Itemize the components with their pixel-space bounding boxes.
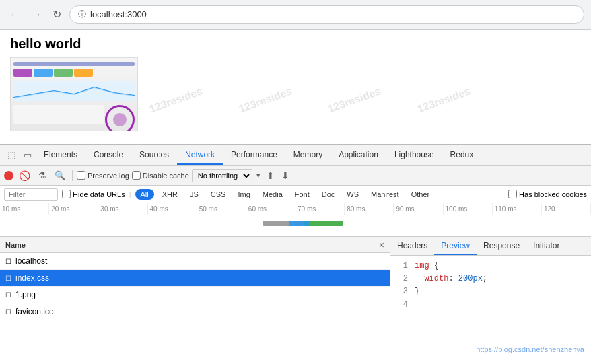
download-button[interactable]: ⬇	[279, 170, 291, 181]
file-item-localhost[interactable]: ☐ localhost	[0, 253, 390, 270]
device-toolbar-button[interactable]: ▭	[20, 147, 36, 163]
record-button[interactable]	[4, 171, 13, 180]
file-icon: ☐	[5, 275, 11, 282]
file-name-favico: favicon.ico	[15, 307, 54, 316]
filter-button[interactable]: ⚗	[36, 170, 49, 180]
code-line-3: 3 }	[397, 285, 584, 298]
file-item-indexcss[interactable]: ☐ index.css	[0, 270, 390, 287]
clear-button[interactable]: 🚫	[16, 170, 33, 181]
url-text: localhost:3000	[90, 9, 147, 20]
filter-type-css[interactable]: CSS	[207, 189, 230, 200]
tick-90ms: 90 ms	[394, 203, 443, 215]
file-list-header: Name ×	[0, 237, 390, 253]
tab-application[interactable]: Application	[331, 146, 386, 165]
tick-120ms: 120	[542, 203, 591, 215]
detail-tab-headers[interactable]: Headers	[390, 237, 434, 255]
footer-link[interactable]: https://blog.csdn.net/shenzhenya	[476, 345, 584, 353]
tick-80ms: 80 ms	[345, 203, 394, 215]
code-text-3: }	[415, 285, 419, 298]
file-name-indexcss: index.css	[15, 273, 49, 283]
tick-60ms: 60 ms	[246, 203, 296, 215]
tab-lighthouse[interactable]: Lighthouse	[386, 146, 442, 165]
tab-console[interactable]: Console	[85, 146, 131, 165]
tick-40ms: 40 ms	[148, 203, 197, 215]
tick-30ms: 30 ms	[98, 203, 147, 215]
file-icon: ☐	[5, 308, 11, 316]
detail-tab-initiator[interactable]: Initiator	[526, 237, 566, 255]
disable-cache-label[interactable]: Disable cache	[132, 171, 189, 180]
filter-type-doc[interactable]: Doc	[318, 189, 339, 200]
filter-type-manifest[interactable]: Manifest	[367, 189, 403, 200]
throttle-dropdown-icon: ▼	[255, 172, 262, 179]
filter-type-media[interactable]: Media	[258, 189, 287, 200]
code-text-1: img {	[415, 260, 439, 272]
filter-type-js[interactable]: JS	[186, 189, 203, 200]
has-blocked-cookies-checkbox[interactable]	[508, 190, 517, 198]
inspect-element-button[interactable]: ⬚	[3, 147, 20, 163]
tick-10ms: 10 ms	[0, 203, 49, 215]
detail-tab-preview[interactable]: Preview	[434, 237, 477, 255]
line-num-4: 4	[397, 299, 408, 312]
timeline-bar-sending	[289, 221, 310, 226]
tab-performance[interactable]: Performance	[223, 146, 285, 165]
lock-icon: ⓘ	[78, 9, 86, 20]
tab-sources[interactable]: Sources	[131, 146, 177, 165]
toolbar-separator	[72, 170, 73, 181]
tab-elements[interactable]: Elements	[36, 146, 85, 165]
hide-data-urls-checkbox[interactable]	[62, 190, 71, 198]
filter-type-xhr[interactable]: XHR	[158, 189, 182, 200]
file-item-favico[interactable]: ☐ favicon.ico	[0, 303, 390, 320]
file-list-panel: Name × ☐ localhost ☐ index.css ☐ 1.png ☐…	[0, 237, 390, 364]
timeline-bars	[0, 215, 591, 237]
tick-70ms: 70 ms	[296, 203, 345, 215]
file-name-1png: 1.png	[15, 290, 36, 299]
search-button[interactable]: 🔍	[52, 170, 68, 180]
filter-bar: Hide data URLs | All XHR JS CSS Img Medi…	[0, 186, 591, 203]
refresh-button[interactable]: ↻	[50, 7, 64, 22]
tick-110ms: 110 ms	[493, 203, 542, 215]
footer-area: https://blog.csdn.net/shenzhenya	[390, 316, 591, 356]
detail-panel: Headers Preview Response Initiator 1 img…	[390, 237, 591, 364]
browser-toolbar: ← → ↻ ⓘ localhost:3000	[0, 0, 591, 29]
line-num-1: 1	[397, 260, 408, 272]
file-icon: ☐	[5, 291, 11, 299]
file-list-header-name: Name	[5, 241, 26, 249]
code-text-2: width: 200px;	[415, 272, 487, 285]
has-blocked-cookies-label[interactable]: Has blocked cookies	[508, 190, 587, 198]
devtools-panel: ⬚ ▭ Elements Console Sources Network Per…	[0, 144, 591, 364]
upload-button[interactable]: ⬆	[265, 170, 277, 181]
preserve-log-checkbox[interactable]	[77, 171, 85, 180]
hide-data-urls-label[interactable]: Hide data URLs	[62, 190, 125, 198]
filter-type-all[interactable]: All	[135, 189, 154, 200]
filter-type-ws[interactable]: WS	[343, 189, 363, 200]
devtools-tab-bar: ⬚ ▭ Elements Console Sources Network Per…	[0, 145, 591, 166]
devtools-network-toolbar: 🚫 ⚗ 🔍 Preserve log Disable cache No thro…	[0, 166, 591, 186]
watermark-area: 123resides 123resides 123resides 123resi…	[148, 57, 591, 144]
detail-tab-response[interactable]: Response	[477, 237, 526, 255]
filter-type-img[interactable]: Img	[234, 189, 254, 200]
browser-chrome: ← → ↻ ⓘ localhost:3000	[0, 0, 591, 30]
address-bar[interactable]: ⓘ localhost:3000	[69, 5, 584, 24]
tab-network[interactable]: Network	[177, 146, 223, 165]
filter-type-other[interactable]: Other	[407, 189, 434, 200]
tick-50ms: 50 ms	[197, 203, 246, 215]
disable-cache-checkbox[interactable]	[132, 171, 141, 180]
file-icon: ☐	[5, 258, 11, 265]
filter-type-font[interactable]: Font	[291, 189, 314, 200]
tick-100ms: 100 ms	[444, 203, 493, 215]
tab-redux[interactable]: Redux	[442, 146, 482, 165]
back-button[interactable]: ←	[7, 7, 23, 22]
throttle-select[interactable]: No throttling Fast 3G Slow 3G Offline	[192, 169, 252, 182]
file-item-1png[interactable]: ☐ 1.png	[0, 287, 390, 303]
tab-memory[interactable]: Memory	[285, 146, 331, 165]
detail-tab-bar: Headers Preview Response Initiator	[390, 237, 591, 256]
code-line-2: 2 width: 200px;	[397, 272, 584, 285]
line-num-2: 2	[397, 272, 408, 285]
forward-button[interactable]: →	[28, 7, 44, 22]
preserve-log-label[interactable]: Preserve log	[77, 171, 129, 180]
tick-20ms: 20 ms	[49, 203, 98, 215]
main-panels: Name × ☐ localhost ☐ index.css ☐ 1.png ☐…	[0, 237, 591, 364]
code-view: 1 img { 2 width: 200px; 3 } 4	[390, 256, 591, 316]
close-detail-button[interactable]: ×	[379, 240, 384, 250]
filter-input[interactable]	[4, 188, 58, 201]
